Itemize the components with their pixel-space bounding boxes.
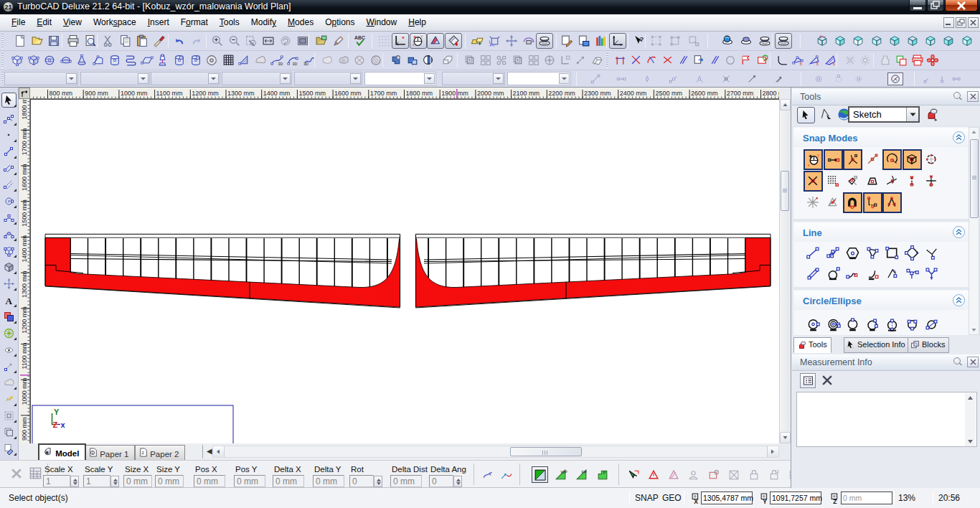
svg-text:2800 mm: 2800 mm bbox=[763, 90, 780, 97]
svg-text:2500 mm: 2500 mm bbox=[655, 90, 682, 97]
svg-text:2300 mm: 2300 mm bbox=[584, 90, 611, 97]
svg-text:2400 mm: 2400 mm bbox=[620, 90, 647, 97]
svg-text:1300 mm: 1300 mm bbox=[21, 271, 28, 298]
svg-text:1100 mm: 1100 mm bbox=[156, 90, 183, 97]
svg-text:Y: Y bbox=[763, 498, 767, 504]
svg-text:X: X bbox=[694, 498, 698, 504]
svg-text:2200 mm: 2200 mm bbox=[548, 90, 575, 97]
svg-text:Y: Y bbox=[816, 154, 819, 158]
svg-text:Z: Z bbox=[833, 498, 837, 504]
svg-text:1200 mm: 1200 mm bbox=[21, 306, 28, 334]
svg-text:900 mm: 900 mm bbox=[21, 417, 28, 441]
svg-text:P: P bbox=[603, 471, 606, 475]
svg-text:2700 mm: 2700 mm bbox=[727, 90, 754, 97]
svg-text:Y: Y bbox=[54, 408, 60, 416]
svg-text:FP: FP bbox=[581, 470, 587, 474]
svg-text:2000 mm: 2000 mm bbox=[477, 90, 504, 97]
svg-text:1000 mm: 1000 mm bbox=[21, 378, 28, 405]
svg-text:?: ? bbox=[640, 35, 644, 43]
svg-text:1200 mm: 1200 mm bbox=[192, 90, 219, 97]
svg-text:1500 mm: 1500 mm bbox=[298, 90, 326, 97]
svg-text:Y: Y bbox=[420, 35, 423, 39]
svg-text:x: x bbox=[808, 162, 810, 166]
svg-text:1700 mm: 1700 mm bbox=[370, 90, 397, 97]
svg-text:1100 mm: 1100 mm bbox=[21, 343, 28, 370]
svg-text:1600 mm: 1600 mm bbox=[21, 164, 28, 191]
svg-text:1400 mm: 1400 mm bbox=[21, 235, 28, 263]
svg-text:x: x bbox=[61, 420, 66, 429]
svg-text:5: 5 bbox=[833, 62, 835, 66]
svg-text:1600 mm: 1600 mm bbox=[334, 90, 362, 97]
svg-text:1700 mm: 1700 mm bbox=[21, 128, 28, 156]
svg-text:3D: 3D bbox=[278, 62, 283, 66]
svg-text:800 mm: 800 mm bbox=[50, 90, 73, 97]
svg-text:2: 2 bbox=[776, 469, 778, 474]
svg-text:3D: 3D bbox=[293, 62, 298, 66]
svg-text::: : bbox=[852, 345, 854, 349]
svg-text:WP: WP bbox=[560, 470, 567, 474]
svg-text:1400 mm: 1400 mm bbox=[263, 90, 291, 97]
svg-text:1500 mm: 1500 mm bbox=[21, 199, 28, 227]
svg-text:1800 mm: 1800 mm bbox=[21, 99, 28, 120]
svg-text:A: A bbox=[6, 296, 13, 306]
svg-text:900 mm: 900 mm bbox=[85, 90, 108, 97]
svg-text:1300 mm: 1300 mm bbox=[227, 90, 255, 97]
svg-text:2100 mm: 2100 mm bbox=[513, 90, 540, 97]
svg-text:2600 mm: 2600 mm bbox=[691, 90, 718, 97]
svg-text:ABC: ABC bbox=[354, 35, 365, 40]
svg-text:5: 5 bbox=[800, 62, 802, 66]
svg-text:1: 1 bbox=[92, 451, 94, 455]
svg-text:1800 mm: 1800 mm bbox=[406, 90, 433, 97]
svg-text:3D: 3D bbox=[303, 62, 308, 66]
svg-text:1900 mm: 1900 mm bbox=[441, 90, 468, 97]
svg-text:5: 5 bbox=[816, 62, 819, 66]
svg-text:1000 mm: 1000 mm bbox=[121, 90, 148, 97]
